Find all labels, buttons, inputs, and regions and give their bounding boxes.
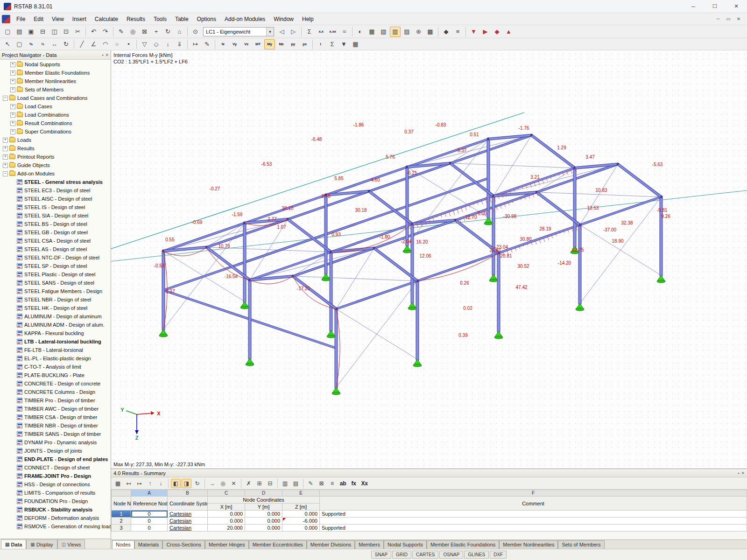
sum-icon[interactable]: Σ <box>327 39 338 49</box>
tree-item[interactable]: STEEL IS - Design of steel <box>0 203 111 211</box>
tree-item[interactable]: DYNAM Pro - Dynamic analysis <box>0 438 111 447</box>
hinge-icon[interactable]: ◇ <box>151 39 162 49</box>
display-properties-icon[interactable]: ▦ <box>366 27 377 37</box>
select-arrow-icon[interactable]: ↖ <box>2 39 13 49</box>
comment-cell[interactable]: Supported <box>320 525 747 532</box>
navigator-tab-data[interactable]: ▤Data <box>1 539 26 549</box>
tree-item[interactable]: +Load Combinations <box>0 111 111 119</box>
delete-row-icon[interactable]: ✗ <box>244 479 254 488</box>
tree-item[interactable]: LTB - Lateral-torsional buckling <box>0 337 111 346</box>
full-view-icon[interactable]: ⌂ <box>174 27 185 37</box>
line-icon[interactable]: ╱ <box>77 39 87 49</box>
column-letter-A[interactable]: A <box>131 490 168 497</box>
results-table-area[interactable]: ABCDEF Node No. Reference Node Coordinat… <box>111 490 747 539</box>
tree-item[interactable]: STEEL SIA - Design of steel <box>0 211 111 220</box>
tree-item[interactable]: STEEL Fatigue Members - Design <box>0 287 111 295</box>
menu-window[interactable]: Window <box>269 13 298 25</box>
result-values-icon[interactable]: x.xx <box>327 27 338 37</box>
tree-item[interactable]: +Result Combinations <box>0 119 111 127</box>
tree-item[interactable]: ALUMINUM ADM - Design of alum. <box>0 321 111 329</box>
printout-report-icon[interactable]: ▼ <box>468 27 479 37</box>
support-icon[interactable]: ▽ <box>139 39 150 49</box>
tree-item[interactable]: FOUNDATION Pro - Design <box>0 497 111 505</box>
results-tab[interactable]: Cross-Sections <box>162 540 205 549</box>
expand-icon[interactable]: + <box>10 129 15 134</box>
expand-icon[interactable]: + <box>10 87 15 92</box>
tree-item[interactable]: TIMBER CSA - Design of timber <box>0 413 111 421</box>
comment-cell[interactable]: Supported <box>320 511 747 518</box>
tree-item[interactable]: STEEL NBR - Design of steel <box>0 295 111 304</box>
structure-scene[interactable]: -1.860.37-0.830.51-1.76-6.485.76-6.371.2… <box>111 50 747 469</box>
export-table-icon[interactable]: ⊠ <box>317 479 326 488</box>
jump-first-icon[interactable]: ↤ <box>124 479 134 488</box>
col-header-node-no[interactable]: Node No. <box>112 497 131 511</box>
tree-item[interactable]: STEEL CSA - Design of steel <box>0 237 111 245</box>
snap-half-icon[interactable]: ½ <box>37 39 48 49</box>
tree-item[interactable]: TIMBER SANS - Design of timber <box>0 430 111 438</box>
status-toggle-cartes[interactable]: CARTES <box>412 551 438 559</box>
previous-load-case-icon[interactable]: ◁ <box>276 27 287 37</box>
tree-item[interactable]: −Load Cases and Combinations <box>0 94 111 102</box>
y-coordinate-cell[interactable]: 0.000 <box>245 511 282 518</box>
filter-icon[interactable]: ▼ <box>338 39 349 49</box>
settings-icon[interactable]: ⊛ <box>413 27 424 37</box>
menu-help[interactable]: Help <box>298 13 318 25</box>
tree-item[interactable]: CONCRETE Columns - Design <box>0 388 111 396</box>
goto-icon[interactable]: → <box>207 479 217 488</box>
component-n-button[interactable]: N <box>218 39 228 49</box>
result-diagram-icon[interactable]: ≈ <box>339 27 350 37</box>
tree-item[interactable]: +Printout Reports <box>0 153 111 161</box>
minimize-button[interactable]: ─ <box>683 0 704 13</box>
insert-row-icon[interactable]: ⊞ <box>254 479 264 488</box>
results-tab[interactable]: Member Nonlinearities <box>499 540 558 549</box>
tree-item[interactable]: JOINTS - Design of joints <box>0 447 111 455</box>
open-file-icon[interactable]: ▤ <box>14 27 25 37</box>
load-case-selector[interactable]: LC1 - Eigengewicht ▾ <box>203 27 274 36</box>
column-letter-F[interactable]: F <box>320 490 747 497</box>
expand-icon[interactable]: + <box>3 146 8 151</box>
sync-selection-icon[interactable]: ◨ <box>182 479 191 488</box>
component-vy-button[interactable]: Vy <box>229 39 240 49</box>
column-letter-E[interactable]: E <box>282 490 320 497</box>
close-button[interactable]: ✕ <box>726 0 747 13</box>
results-tab[interactable]: Nodes <box>112 540 134 549</box>
col-header-reference-node[interactable]: Reference Node <box>131 497 168 511</box>
tree-item[interactable]: STEEL NTC-DF - Design of steel <box>0 253 111 262</box>
table-view-icon[interactable]: ▦ <box>350 39 361 49</box>
print-icon[interactable]: ⊟ <box>37 27 48 37</box>
menu-table[interactable]: Table <box>171 13 193 25</box>
y-coordinate-cell[interactable]: 0.000 <box>245 525 282 532</box>
mdi-minimize-icon[interactable]: ─ <box>713 16 723 21</box>
results-tab[interactable]: Members <box>355 540 384 549</box>
tree-item[interactable]: −Add-on Modules <box>0 169 111 178</box>
tree-item[interactable]: TIMBER Pro - Design of timber <box>0 396 111 405</box>
status-toggle-snap[interactable]: SNAP <box>371 551 391 559</box>
tree-item[interactable]: STEEL BS - Design of steel <box>0 220 111 228</box>
menu-options[interactable]: Options <box>193 13 220 25</box>
expand-icon[interactable]: + <box>10 70 15 76</box>
col-header-z[interactable]: Z [m] <box>282 504 320 511</box>
col-header-y[interactable]: Y [m] <box>245 504 282 511</box>
x-coordinate-cell[interactable]: 0.000 <box>208 511 245 518</box>
show-numbering-icon[interactable]: ⊙ <box>190 27 201 37</box>
addon-module-icon[interactable]: ◆ <box>441 27 451 37</box>
next-load-case-icon[interactable]: ▷ <box>288 27 299 37</box>
fx-icon[interactable]: fx <box>349 479 359 488</box>
tree-item[interactable]: ALUMINUM - Design of aluminum <box>0 312 111 321</box>
visibility-icon[interactable]: ◐ <box>355 27 366 37</box>
circle-icon[interactable]: ○ <box>112 39 122 49</box>
results-tab[interactable]: Member Elastic Foundations <box>427 540 499 549</box>
status-toggle-grid[interactable]: GRID <box>392 551 411 559</box>
comment-cell[interactable] <box>320 518 747 525</box>
panel-toggle-icon[interactable]: ◆ <box>492 27 502 37</box>
rotate-view-icon[interactable]: ↻ <box>162 27 173 37</box>
edit-mode-icon[interactable]: ✎ <box>116 27 127 37</box>
tree-item[interactable]: +Loads <box>0 136 111 144</box>
find-icon[interactable]: ◎ <box>218 479 228 488</box>
expand-icon[interactable]: + <box>10 62 15 67</box>
tree-item[interactable]: STEEL AISC - Design of steel <box>0 195 111 203</box>
mdi-restore-icon[interactable]: ▭ <box>724 16 733 21</box>
z-coordinate-cell[interactable]: 0.000 <box>282 525 320 532</box>
results-tab[interactable]: Sets of Members <box>558 540 604 549</box>
menu-results[interactable]: Results <box>122 13 149 25</box>
